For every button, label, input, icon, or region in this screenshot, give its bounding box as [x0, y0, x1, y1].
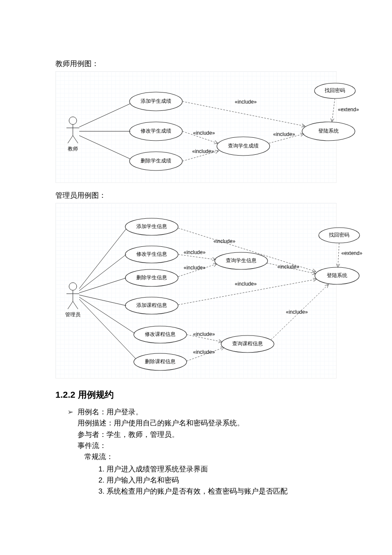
svg-line-8 — [68, 301, 73, 309]
bullet-icon: ➢ — [67, 407, 73, 418]
document-page: 教师用例图： 教师 添加学生成绩 修改学生成绩 删除学 — [0, 0, 392, 523]
svg-line-9 — [73, 301, 78, 309]
include-delC-queryC-label: «include» — [193, 349, 215, 355]
include-editC-queryC-label: «include» — [193, 331, 215, 337]
spec-normal-flow-label: 常规流： — [84, 451, 337, 462]
assoc-actor-del — [79, 136, 130, 159]
spec-flow-label: 事件流： — [78, 440, 337, 451]
uc-recover-pw-label: 找回密码 — [324, 87, 345, 93]
include-editS-queryS-label: «include» — [184, 249, 206, 255]
uc-add-student-label: 添加学生信息 — [136, 223, 167, 229]
spec-steps: 用户进入成绩管理系统登录界面 用户输入用户名和密码 系统检查用户的账户是否有效，… — [89, 464, 337, 497]
assoc-admin-addS — [79, 229, 126, 289]
uc-del-course-label: 删除课程信息 — [145, 358, 176, 364]
extend-recover-login-label: «extend» — [338, 107, 359, 113]
include-addS-login-label: «include» — [213, 238, 236, 244]
include-add-login-label: «include» — [235, 99, 257, 105]
assoc-admin-addC — [79, 295, 126, 306]
uc-add-score-label: 添加学生成绩 — [141, 98, 171, 104]
svg-point-0 — [69, 117, 77, 124]
uc-recover-pw-admin-label: 找回密码 — [329, 232, 349, 238]
assoc-admin-editC — [79, 297, 135, 333]
include-query-login-label: «include» — [273, 131, 295, 137]
extend-recover-login — [332, 98, 335, 122]
uc-login-admin-label: 登陆系统 — [327, 272, 347, 278]
admin-diagram: 管理员 添加学生信息 修改学生信息 删除学生信息 添加课程信息 修改课程信息 删… — [55, 203, 337, 379]
teacher-diagram: 教师 添加学生成绩 修改学生成绩 删除学生成绩 查询学生成绩 登陆系统 找回密码… — [55, 71, 337, 183]
svg-point-5 — [69, 283, 77, 290]
spec-heading: 1.2.2 用例规约 — [55, 389, 337, 401]
uc-query-student-label: 查询学生信息 — [226, 257, 257, 263]
uc-edit-course-label: 修改课程信息 — [145, 331, 176, 337]
include-addC-login-label: «include» — [235, 281, 257, 287]
uc-edit-score-label: 修改学生成绩 — [141, 128, 171, 134]
spec-step-2: 用户输入用户名和密码 — [107, 475, 337, 486]
uc-login-label: 登陆系统 — [318, 128, 339, 134]
assoc-actor-add — [79, 104, 130, 127]
include-queryC-login-label: «include» — [286, 309, 308, 315]
spec-name: 用例名：用户登录。 — [78, 407, 143, 418]
uc-edit-student-label: 修改学生信息 — [136, 251, 167, 257]
admin-diagram-caption: 管理员用例图： — [55, 191, 337, 200]
svg-line-3 — [68, 136, 73, 143]
actor-teacher-label: 教师 — [68, 146, 78, 152]
include-edit-query-label: «include» — [193, 130, 215, 136]
uc-query-score-label: 查询学生成绩 — [228, 143, 259, 149]
spec-desc: 用例描述：用户使用自己的账户名和密码登录系统。 — [78, 418, 337, 429]
actor-teacher — [66, 117, 79, 143]
extend-recover-login-admin — [338, 243, 339, 267]
include-del-query-label: «include» — [192, 148, 214, 154]
include-queryS-login-label: «include» — [277, 264, 300, 270]
include-add-login — [182, 101, 305, 126]
spec-step-1: 用户进入成绩管理系统登录界面 — [107, 464, 337, 475]
include-delS-queryS-label: «include» — [184, 265, 206, 271]
extend-recover-login-admin-label: «extend» — [341, 250, 363, 256]
uc-del-score-label: 删除学生成绩 — [141, 158, 171, 164]
spec-actors: 参与者：学生，教师，管理员。 — [78, 429, 337, 440]
svg-line-4 — [73, 136, 78, 143]
actor-admin — [66, 283, 79, 309]
uc-query-course-label: 查询课程信息 — [232, 341, 263, 347]
uc-add-course-label: 添加课程信息 — [136, 302, 167, 308]
teacher-diagram-caption: 教师用例图： — [55, 59, 337, 69]
actor-admin-label: 管理员 — [65, 312, 81, 318]
uc-del-student-label: 删除学生信息 — [136, 275, 167, 280]
spec-body: ➢ 用例名：用户登录。 用例描述：用户使用自己的账户名和密码登录系统。 参与者：… — [67, 407, 337, 497]
spec-step-3: 系统检查用户的账户是否有效，检查密码与账户是否匹配 — [107, 486, 337, 497]
